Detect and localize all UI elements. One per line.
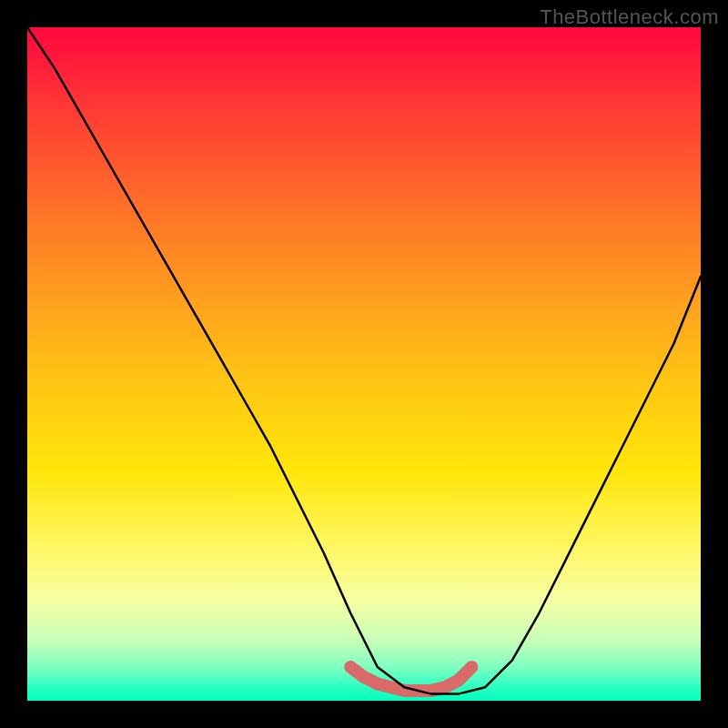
watermark-text: TheBottleneck.com (540, 5, 719, 29)
plot-area (27, 27, 701, 701)
bottleneck-curve-line (27, 27, 701, 694)
chart-frame: TheBottleneck.com (0, 0, 728, 728)
optimal-region-highlight (350, 667, 471, 691)
curve-layer (27, 27, 701, 701)
